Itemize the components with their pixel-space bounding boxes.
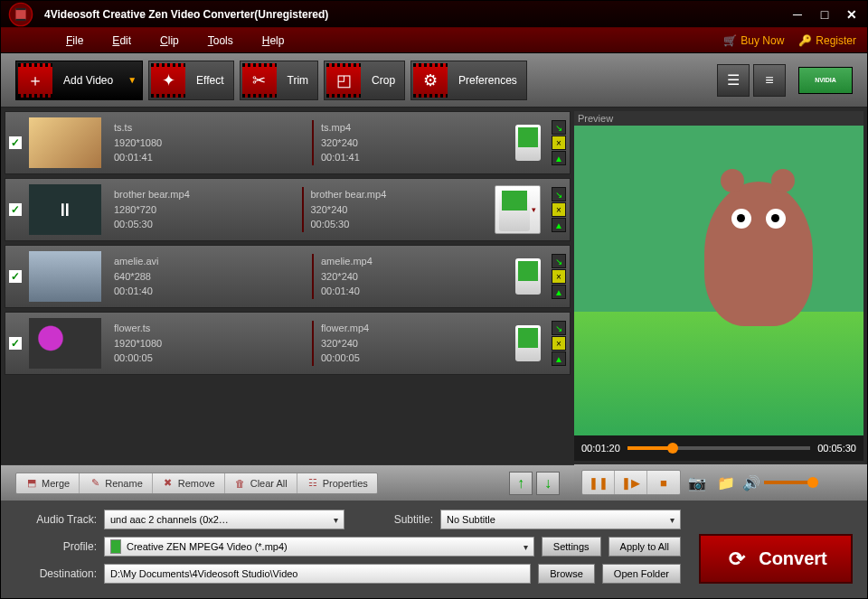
merge-icon: ⬒ [25, 477, 38, 490]
rename-button[interactable]: ✎Rename [80, 473, 153, 493]
snapshot-button[interactable]: 📷 [684, 471, 710, 494]
file-row[interactable]: ✓amelie.avi640*28800:01:40amelie.mp4320*… [5, 245, 571, 308]
file-output-info: flower.mp4320*24000:00:05 [312, 321, 508, 366]
menu-clip[interactable]: Clip [160, 34, 179, 47]
view-detail-icon[interactable]: ≡ [753, 64, 786, 97]
merge-button[interactable]: ⬒Merge [16, 473, 80, 493]
volume-slider[interactable] [764, 481, 818, 484]
settings-button[interactable]: Settings [542, 537, 601, 557]
profile-label: Profile: [15, 540, 97, 553]
move-up-button[interactable]: ↑ [509, 472, 533, 495]
remove-icon: ✖ [162, 477, 175, 490]
menu-tools[interactable]: Tools [208, 34, 233, 47]
add-video-button[interactable]: ＋ Add Video ▼ [15, 61, 143, 100]
row-remove-button[interactable]: × [552, 136, 566, 150]
file-thumbnail [29, 251, 101, 302]
gpu-badge: NVIDIA [798, 67, 853, 94]
effect-icon: ✦ [151, 63, 185, 98]
row-up-button[interactable]: ▲ [552, 351, 566, 366]
preview-video[interactable] [574, 126, 863, 435]
trim-button[interactable]: ✂ Trim [240, 61, 319, 100]
device-icon[interactable] [515, 258, 541, 295]
audio-track-select[interactable]: und aac 2 channels (0x2… [104, 510, 344, 529]
bottom-panel: Audio Track: und aac 2 channels (0x2… Su… [1, 501, 867, 598]
crop-icon: ◰ [326, 63, 361, 98]
app-logo-icon [8, 2, 33, 27]
file-checkbox[interactable]: ✓ [9, 337, 22, 350]
maximize-button[interactable]: □ [816, 6, 833, 23]
destination-label: Destination: [15, 567, 97, 580]
profile-select[interactable]: Creative ZEN MPEG4 Video (*.mp4) [104, 537, 534, 557]
file-input-info: ts.ts1920*108000:01:41 [108, 120, 301, 165]
volume-icon: 🔊 [742, 474, 760, 491]
file-thumbnail [29, 117, 101, 168]
effect-button[interactable]: ✦ Effect [148, 61, 233, 100]
preview-label: Preview [574, 111, 863, 126]
crop-button[interactable]: ◰ Crop [324, 61, 405, 100]
open-folder-button[interactable]: Open Folder [602, 564, 681, 584]
file-output-info: ts.mp4320*24000:01:41 [312, 120, 508, 165]
pause-button[interactable]: ❚❚ [582, 471, 615, 494]
move-down-button[interactable]: ↓ [536, 472, 560, 495]
titlebar: 4Videosoft Creative Zen Video Converter(… [1, 1, 867, 28]
menu-edit[interactable]: Edit [112, 34, 131, 47]
subtitle-label: Subtitle: [352, 513, 433, 526]
file-output-info: brother bear.mp4320*24000:05:30 [302, 187, 488, 232]
buy-now-link[interactable]: 🛒Buy Now [723, 34, 784, 47]
stop-button[interactable]: ■ [647, 471, 680, 494]
snapshot-folder-button[interactable]: 📁 [713, 471, 739, 494]
row-expand-button[interactable]: ↘ [552, 187, 566, 201]
row-expand-button[interactable]: ↘ [552, 254, 566, 268]
view-list-icon[interactable]: ☰ [717, 64, 750, 97]
remove-button[interactable]: ✖Remove [153, 473, 225, 493]
row-remove-button[interactable]: × [552, 336, 566, 351]
menu-help[interactable]: Help [262, 34, 285, 47]
menubar: File Edit Clip Tools Help 🛒Buy Now 🔑Regi… [1, 28, 867, 53]
row-expand-button[interactable]: ↘ [552, 321, 566, 335]
trim-icon: ✂ [242, 63, 277, 98]
preview-panel: Preview 00:01:20 00:05:30 [574, 111, 863, 461]
output-device-select[interactable]: ▾ [495, 185, 541, 234]
properties-button[interactable]: ☷Properties [297, 473, 377, 493]
convert-icon: ⟳ [724, 547, 750, 572]
seek-bar[interactable] [627, 446, 810, 450]
destination-input[interactable]: D:\My Documents\4Videosoft Studio\Video [104, 564, 531, 584]
file-list: ✓ts.ts1920*108000:01:41ts.mp4320*24000:0… [5, 111, 571, 461]
row-remove-button[interactable]: × [552, 269, 566, 284]
gear-icon: ⚙ [413, 63, 448, 98]
register-link[interactable]: 🔑Register [798, 34, 856, 47]
window-title: 4Videosoft Creative Zen Video Converter(… [44, 8, 789, 21]
file-row[interactable]: ✓flower.ts1920*108000:00:05flower.mp4320… [5, 312, 571, 375]
apply-all-button[interactable]: Apply to All [609, 537, 681, 557]
svg-rect-3 [15, 18, 25, 20]
time-total: 00:05:30 [817, 443, 856, 454]
preferences-button[interactable]: ⚙ Preferences [410, 61, 527, 100]
browse-button[interactable]: Browse [538, 564, 595, 584]
key-icon: 🔑 [798, 34, 812, 47]
row-up-button[interactable]: ▲ [552, 285, 566, 299]
device-icon[interactable] [515, 125, 541, 161]
menu-file[interactable]: File [66, 34, 83, 47]
device-icon[interactable] [515, 325, 541, 361]
file-row[interactable]: ✓⏸brother bear.mp41280*72000:05:30brothe… [5, 178, 571, 241]
file-checkbox[interactable]: ✓ [9, 136, 22, 149]
step-button[interactable]: ❚▶ [615, 471, 647, 494]
device-icon [499, 188, 530, 231]
file-output-info: amelie.mp4320*24000:01:40 [312, 254, 508, 299]
file-checkbox[interactable]: ✓ [9, 203, 22, 216]
minimize-button[interactable]: ─ [789, 6, 806, 23]
row-up-button[interactable]: ▲ [552, 151, 566, 165]
clear-all-button[interactable]: 🗑Clear All [225, 473, 297, 493]
convert-button[interactable]: ⟳ Convert [699, 534, 853, 584]
file-thumbnail [29, 318, 101, 369]
file-checkbox[interactable]: ✓ [9, 270, 22, 283]
subtitle-select[interactable]: No Subtitle [440, 510, 681, 529]
row-remove-button[interactable]: × [552, 202, 566, 217]
file-row[interactable]: ✓ts.ts1920*108000:01:41ts.mp4320*24000:0… [5, 111, 571, 174]
row-expand-button[interactable]: ↘ [552, 120, 566, 135]
close-button[interactable]: ✕ [844, 6, 860, 23]
properties-icon: ☷ [307, 477, 319, 490]
row-up-button[interactable]: ▲ [552, 218, 566, 232]
file-input-info: brother bear.mp41280*72000:05:30 [108, 187, 291, 232]
add-video-dropdown[interactable]: ▼ [122, 75, 142, 85]
